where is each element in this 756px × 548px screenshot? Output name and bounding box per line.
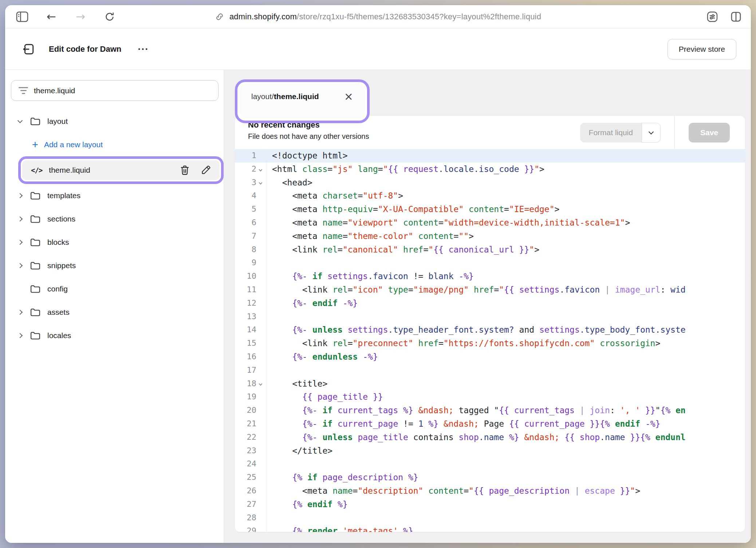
code-line[interactable]: 3 <head> <box>235 176 745 189</box>
browser-toolbar: ← → admin.shopify.com/store/rzq1xu-f5/th… <box>5 5 751 28</box>
code-line[interactable]: 9 <box>235 256 745 270</box>
rename-file-icon[interactable] <box>201 165 211 175</box>
code-editor[interactable]: 1<!doctype html>2<html class="js" lang="… <box>235 149 745 532</box>
code-line[interactable]: 21 {%- if current_page != 1 %} &ndash; P… <box>235 417 745 431</box>
code-line[interactable]: 13 <box>235 310 745 324</box>
code-line-text: {%- endunless -%} <box>267 350 745 364</box>
reload-icon[interactable] <box>103 11 116 23</box>
code-line[interactable]: 15 <link rel="preconnect" href="https://… <box>235 337 745 350</box>
code-line[interactable]: 25 {% if page_description %} <box>235 471 745 484</box>
editor-main: layout/theme.liquid × No recent changes … <box>224 70 751 543</box>
code-line[interactable]: 1<!doctype html> <box>235 149 745 163</box>
tab-layout-theme-liquid[interactable]: layout/theme.liquid × <box>240 84 365 118</box>
code-line-text <box>267 364 745 377</box>
code-line[interactable]: 14 {%- unless settings.type_header_font.… <box>235 323 745 337</box>
line-number: 4 <box>235 189 267 203</box>
code-line-text: <meta name="description" content="{{ pag… <box>267 484 745 498</box>
back-icon[interactable]: ← <box>45 11 58 23</box>
fold-chevron-icon[interactable] <box>259 181 262 185</box>
sidebar-item-locales[interactable]: locales <box>5 324 224 347</box>
code-line[interactable]: 20 {%- if current_tags %} &ndash; tagged… <box>235 404 745 417</box>
browser-settings-icon[interactable] <box>706 11 718 23</box>
editor-card: No recent changes File does not have any… <box>235 116 745 532</box>
chevron-right-icon[interactable] <box>17 216 23 222</box>
folder-label: snippets <box>47 261 76 270</box>
code-line[interactable]: 17 <box>235 364 745 377</box>
line-number: 10 <box>235 270 267 283</box>
sidebar-item-sections[interactable]: sections <box>5 207 224 231</box>
code-line[interactable]: 6 <meta name="viewport" content="width=d… <box>235 216 745 230</box>
chevron-right-icon[interactable] <box>17 263 23 268</box>
more-actions-button[interactable]: ••• <box>138 46 149 53</box>
code-line-text: {%- endif -%} <box>267 297 745 310</box>
line-number: 13 <box>235 310 267 324</box>
code-line[interactable]: 7 <meta name="theme-color" content=""> <box>235 230 745 243</box>
format-liquid-dropdown[interactable] <box>642 123 661 142</box>
sidebar-toggle-icon[interactable] <box>16 11 28 23</box>
close-tab-icon[interactable]: × <box>344 91 353 102</box>
code-line[interactable]: 24 <box>235 457 745 471</box>
code-line-text: {% render 'meta-tags' %} <box>267 524 745 532</box>
code-line[interactable]: 29 {% render 'meta-tags' %} <box>235 524 745 532</box>
code-line-text: <link rel="canonical" href="{{ canonical… <box>267 243 745 257</box>
chevron-right-icon[interactable] <box>17 310 23 315</box>
add-layout-button[interactable]: +Add a new layout <box>5 133 224 156</box>
preview-store-button[interactable]: Preview store <box>668 39 736 59</box>
split-view-icon[interactable] <box>731 11 741 22</box>
sidebar-item-assets[interactable]: assets <box>5 301 224 324</box>
code-line[interactable]: 11 <link rel="icon" type="image/png" hre… <box>235 283 745 297</box>
code-line[interactable]: 16 {%- endunless -%} <box>235 350 745 364</box>
code-line[interactable]: 8 <link rel="canonical" href="{{ canonic… <box>235 243 745 257</box>
active-tab-highlight: layout/theme.liquid × <box>235 79 370 123</box>
fold-chevron-icon[interactable] <box>259 382 262 386</box>
folder-label: assets <box>47 308 70 317</box>
sidebar-item-templates[interactable]: templates <box>5 184 224 207</box>
code-line[interactable]: 23 </title> <box>235 444 745 458</box>
code-line-text <box>267 511 745 525</box>
code-line[interactable]: 12 {%- endif -%} <box>235 297 745 310</box>
code-line-text: <meta name="theme-color" content=""> <box>267 230 745 243</box>
chevron-right-icon[interactable] <box>17 333 23 338</box>
line-number: 11 <box>235 283 267 297</box>
sidebar-item-layout[interactable]: layout <box>5 110 224 133</box>
chevron-down-icon[interactable] <box>17 118 23 123</box>
chevron-right-icon[interactable] <box>17 240 23 245</box>
code-line[interactable]: 27 {% endif %} <box>235 498 745 511</box>
line-number: 8 <box>235 243 267 257</box>
search-input[interactable] <box>34 86 211 95</box>
sidebar-item-blocks[interactable]: blocks <box>5 231 224 254</box>
code-line[interactable]: 4 <meta charset="utf-8"> <box>235 189 745 203</box>
code-line[interactable]: 10 {%- if settings.favicon != blank -%} <box>235 270 745 283</box>
file-tree: layout+Add a new layout</>theme.liquidte… <box>5 110 224 347</box>
code-line-text: <meta charset="utf-8"> <box>267 189 745 203</box>
forward-icon[interactable]: → <box>74 11 87 23</box>
delete-file-icon[interactable] <box>180 165 190 176</box>
code-line[interactable]: 2<html class="js" lang="{{ request.local… <box>235 163 745 176</box>
line-number: 21 <box>235 417 267 431</box>
sidebar-item-snippets[interactable]: snippets <box>5 254 224 277</box>
folder-icon <box>30 261 41 270</box>
code-line[interactable]: 28 <box>235 511 745 525</box>
sidebar-item-config[interactable]: config <box>5 277 224 301</box>
code-line-text: {%- unless settings.type_header_font.sys… <box>267 323 745 337</box>
file-search-box[interactable] <box>11 80 218 101</box>
link-icon <box>215 12 224 21</box>
chevron-right-icon[interactable] <box>17 193 23 198</box>
code-line[interactable]: 22 {%- unless page_title contains shop.n… <box>235 431 745 444</box>
line-number: 17 <box>235 364 267 377</box>
format-liquid-button[interactable]: Format liquid <box>580 123 642 142</box>
save-button[interactable]: Save <box>689 123 730 142</box>
address-bar[interactable]: admin.shopify.com/store/rzq1xu-f5/themes… <box>215 12 541 21</box>
app-header: Edit code for Dawn ••• Preview store <box>5 28 751 70</box>
code-line[interactable]: 19 {{ page_title }} <box>235 390 745 404</box>
folder-icon <box>30 117 41 126</box>
line-number: 14 <box>235 323 267 337</box>
code-line[interactable]: 26 <meta name="description" content="{{ … <box>235 484 745 498</box>
exit-editor-button[interactable] <box>22 43 35 56</box>
folder-icon <box>30 331 41 340</box>
fold-chevron-icon[interactable] <box>259 168 262 171</box>
sidebar-file-theme-liquid[interactable]: </>theme.liquid <box>22 160 220 180</box>
code-line[interactable]: 5 <meta http-equiv="X-UA-Compatible" con… <box>235 203 745 216</box>
code-line-text: {% endif %} <box>267 498 745 511</box>
code-line[interactable]: 18 <title> <box>235 377 745 391</box>
